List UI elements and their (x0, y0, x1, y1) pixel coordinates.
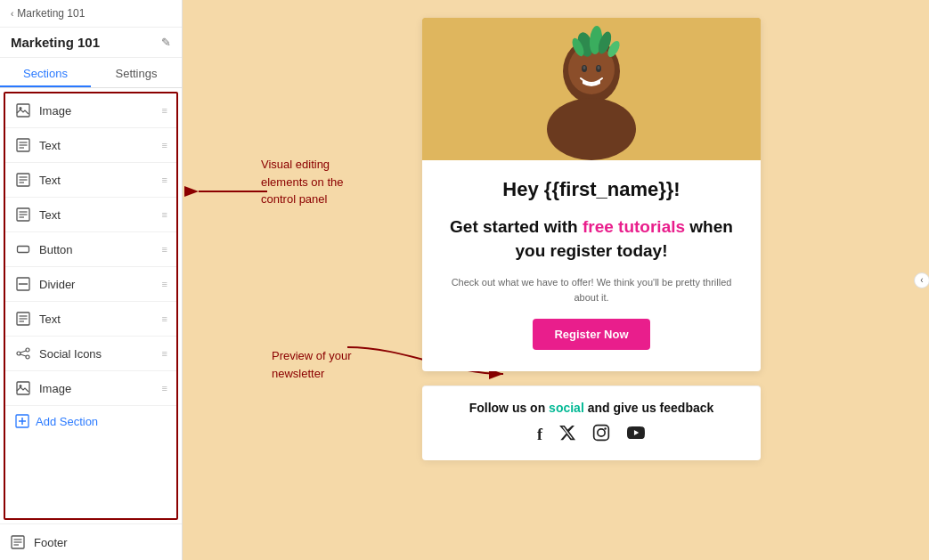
section-item-label: Text (39, 208, 162, 222)
tab-sections[interactable]: Sections (0, 58, 91, 87)
image-icon (14, 379, 32, 397)
drag-handle-icon[interactable]: ≡ (162, 105, 167, 116)
section-item-label: Text (39, 312, 162, 326)
section-item-label: Image (39, 382, 162, 395)
add-section-icon (14, 413, 30, 429)
svg-point-53 (598, 429, 605, 436)
sidebar-tabs: Sections Settings (0, 58, 182, 88)
drag-handle-icon[interactable]: ≡ (162, 383, 167, 394)
svg-point-23 (26, 355, 29, 359)
tab-settings[interactable]: Settings (91, 58, 182, 87)
drag-handle-icon[interactable]: ≡ (162, 313, 167, 324)
edit-icon[interactable]: ✎ (161, 36, 171, 49)
svg-rect-52 (594, 426, 609, 441)
add-section-button[interactable]: Add Section (5, 406, 176, 436)
section-item-label: Text (39, 174, 162, 187)
newsletter-hero-image (422, 18, 761, 160)
offer-highlight: free tutorials (583, 217, 685, 236)
register-now-button[interactable]: Register Now (533, 319, 649, 350)
section-item-text-4[interactable]: Text ≡ (5, 302, 176, 337)
social-icons-row: f (440, 424, 743, 446)
text-icon (14, 206, 32, 223)
footer-icon (9, 533, 27, 551)
svg-point-46 (598, 66, 600, 69)
text-icon (14, 171, 32, 189)
offer-prefix: Get started with (450, 217, 583, 236)
annotation-preview-label: Preview of yournewsletter (272, 347, 352, 382)
collapse-toggle[interactable]: ‹ (914, 272, 929, 288)
drag-handle-icon[interactable]: ≡ (162, 348, 167, 359)
newsletter-preview: Hey {{first_name}}! Get started with fre… (422, 18, 761, 371)
svg-point-54 (604, 427, 607, 430)
section-item-label: Button (39, 243, 162, 256)
divider-icon (14, 275, 32, 293)
drag-handle-icon[interactable]: ≡ (162, 174, 167, 185)
social-follow-text: Follow us on social and give us feedback (440, 401, 743, 415)
button-icon (14, 240, 32, 258)
social-footer: Follow us on social and give us feedback… (422, 386, 761, 460)
sidebar-title: Marketing 101 (11, 35, 100, 50)
back-label: Marketing 101 (17, 7, 85, 20)
drag-handle-icon[interactable]: ≡ (162, 140, 167, 150)
section-item-label: Image (39, 104, 162, 118)
follow-link[interactable]: social (549, 401, 584, 415)
newsletter-preview-container: Hey {{first_name}}! Get started with fre… (387, 18, 761, 460)
svg-rect-0 (17, 104, 29, 117)
section-item-text-2[interactable]: Text ≡ (5, 163, 176, 198)
newsletter-body: Hey {{first_name}}! Get started with fre… (422, 160, 761, 371)
facebook-icon[interactable]: f (537, 426, 542, 444)
drag-handle-icon[interactable]: ≡ (162, 244, 167, 255)
sidebar-title-row: Marketing 101 ✎ (0, 28, 182, 58)
back-navigation[interactable]: ‹ Marketing 101 (0, 0, 182, 28)
text-icon (14, 310, 32, 328)
svg-point-45 (583, 66, 586, 69)
newsletter-greeting: Hey {{first_name}}! (449, 178, 734, 201)
section-item-image-2[interactable]: Image ≡ (5, 371, 176, 406)
follow-prefix: Follow us on (469, 401, 549, 415)
newsletter-sub-text: Check out what we have to offer! We thin… (449, 275, 734, 304)
svg-point-21 (17, 352, 20, 355)
social-icon-item (14, 345, 32, 362)
text-icon (14, 136, 32, 154)
sidebar: ‹ Marketing 101 Marketing 101 ✎ Sections… (0, 0, 183, 560)
add-section-label: Add Section (36, 415, 98, 428)
twitter-icon[interactable] (558, 424, 576, 446)
svg-point-22 (26, 348, 29, 352)
section-item-label: Text (39, 139, 162, 152)
section-item-social[interactable]: Social Icons ≡ (5, 337, 176, 371)
section-item-image-1[interactable]: Image ≡ (5, 93, 176, 128)
main-area: ‹ Visual editingelements on thecontrol p… (183, 0, 929, 560)
section-item-text-1[interactable]: Text ≡ (5, 128, 176, 163)
footer-item-label: Footer (34, 536, 68, 549)
sections-list: Image ≡ Text ≡ Text ≡ Text ≡ (4, 92, 178, 520)
annotation-panel-label: Visual editingelements on thecontrol pan… (261, 156, 344, 208)
section-item-button[interactable]: Button ≡ (5, 232, 176, 267)
footer-section-item[interactable]: Footer (0, 523, 182, 560)
image-icon (14, 101, 32, 119)
section-item-divider[interactable]: Divider ≡ (5, 267, 176, 302)
section-item-label: Social Icons (39, 347, 162, 361)
drag-handle-icon[interactable]: ≡ (162, 279, 167, 289)
instagram-icon[interactable] (592, 424, 610, 446)
youtube-icon[interactable] (626, 424, 646, 446)
follow-suffix: and give us feedback (584, 401, 714, 415)
back-chevron-icon: ‹ (11, 9, 13, 19)
section-item-label: Divider (39, 278, 162, 291)
svg-point-41 (547, 98, 636, 160)
svg-rect-26 (17, 382, 29, 394)
svg-line-24 (20, 351, 26, 353)
newsletter-offer-text: Get started with free tutorials when you… (449, 215, 734, 263)
drag-handle-icon[interactable]: ≡ (162, 209, 167, 220)
svg-line-25 (20, 354, 26, 356)
svg-rect-14 (18, 247, 29, 253)
section-item-text-3[interactable]: Text ≡ (5, 198, 176, 232)
